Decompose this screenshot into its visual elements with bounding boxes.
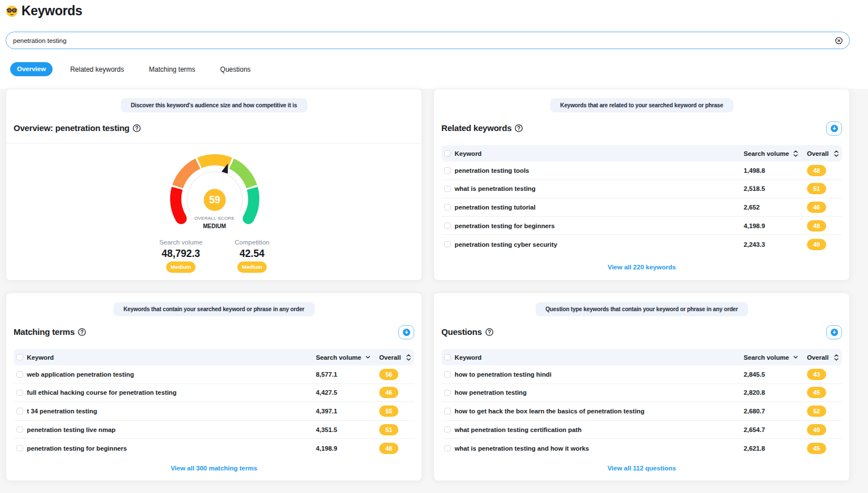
svg-text:59: 59	[209, 194, 220, 206]
